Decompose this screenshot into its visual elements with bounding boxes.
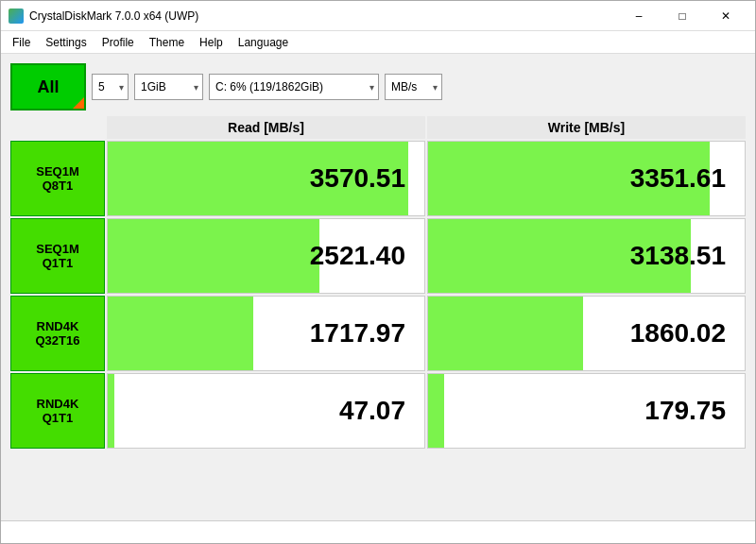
row-label-1: SEQ1M Q1T1 [10, 218, 105, 294]
menu-item-language[interactable]: Language [231, 34, 296, 51]
unit-select[interactable]: MB/s GB/s IOPS [386, 75, 441, 99]
menu-item-profile[interactable]: Profile [94, 34, 142, 51]
menu-item-help[interactable]: Help [192, 34, 231, 51]
menu-item-file[interactable]: File [5, 34, 38, 51]
row-label-0: SEQ1M Q8T1 [10, 141, 105, 216]
read-value-0: 3570.51 [310, 163, 405, 194]
header-read: Read [MB/s] [107, 116, 425, 139]
read-value-2: 1717.97 [310, 318, 405, 348]
read-value-1: 2521.40 [310, 241, 405, 271]
main-content: All 5 1 3 9 ▾ 1GiB 512MiB 2GiB 4GiB ▾ [1, 54, 755, 520]
row-read-2: 1717.97 [107, 296, 425, 371]
write-value-1: 3138.51 [630, 241, 726, 271]
row-write-0: 3351.61 [427, 141, 746, 216]
benchmark-table: Read [MB/s] Write [MB/s] SEQ1M Q8T13570.… [10, 116, 746, 511]
row-label-3: RND4K Q1T1 [10, 373, 105, 449]
table-row: RND4K Q1T147.07179.75 [10, 373, 746, 449]
loops-select[interactable]: 5 1 3 9 [93, 75, 128, 99]
app-icon [9, 8, 24, 24]
menu-item-settings[interactable]: Settings [38, 34, 94, 51]
row-label-2: RND4K Q32T16 [10, 296, 105, 371]
row-read-1: 2521.40 [107, 218, 425, 294]
window-title: CrystalDiskMark 7.0.0 x64 (UWP) [29, 9, 617, 23]
row-write-3: 179.75 [427, 373, 746, 449]
write-value-2: 1860.02 [630, 318, 726, 348]
row-read-0: 3570.51 [107, 141, 425, 216]
app-window: CrystalDiskMark 7.0.0 x64 (UWP) – □ ✕ Fi… [0, 0, 756, 544]
table-header: Read [MB/s] Write [MB/s] [10, 116, 746, 139]
toolbar: All 5 1 3 9 ▾ 1GiB 512MiB 2GiB 4GiB ▾ [10, 63, 746, 110]
row-write-1: 3138.51 [427, 218, 746, 294]
status-bar [1, 520, 755, 543]
menu-item-theme[interactable]: Theme [142, 34, 192, 51]
loops-dropdown[interactable]: 5 1 3 9 ▾ [92, 74, 129, 100]
menu-bar: FileSettingsProfileThemeHelpLanguage [1, 31, 755, 54]
size-select[interactable]: 1GiB 512MiB 2GiB 4GiB [135, 75, 202, 99]
title-bar: CrystalDiskMark 7.0.0 x64 (UWP) – □ ✕ [1, 1, 755, 31]
row-read-3: 47.07 [107, 373, 425, 449]
drive-dropdown[interactable]: C: 6% (119/1862GiB) ▾ [209, 74, 379, 100]
table-row: SEQ1M Q8T13570.513351.61 [10, 141, 746, 216]
table-row: SEQ1M Q1T12521.403138.51 [10, 218, 746, 294]
close-button[interactable]: ✕ [704, 1, 747, 31]
unit-dropdown[interactable]: MB/s GB/s IOPS ▾ [385, 74, 442, 100]
drive-select[interactable]: C: 6% (119/1862GiB) [210, 75, 378, 99]
header-empty [10, 116, 105, 139]
table-row: RND4K Q32T161717.971860.02 [10, 296, 746, 371]
header-write: Write [MB/s] [427, 116, 746, 139]
window-controls: – □ ✕ [617, 1, 747, 31]
size-dropdown[interactable]: 1GiB 512MiB 2GiB 4GiB ▾ [134, 74, 203, 100]
row-write-2: 1860.02 [427, 296, 746, 371]
maximize-button[interactable]: □ [661, 1, 704, 31]
minimize-button[interactable]: – [617, 1, 661, 31]
write-value-3: 179.75 [644, 396, 726, 426]
write-value-0: 3351.61 [630, 163, 726, 194]
read-value-3: 47.07 [339, 396, 405, 426]
all-button[interactable]: All [10, 63, 86, 110]
